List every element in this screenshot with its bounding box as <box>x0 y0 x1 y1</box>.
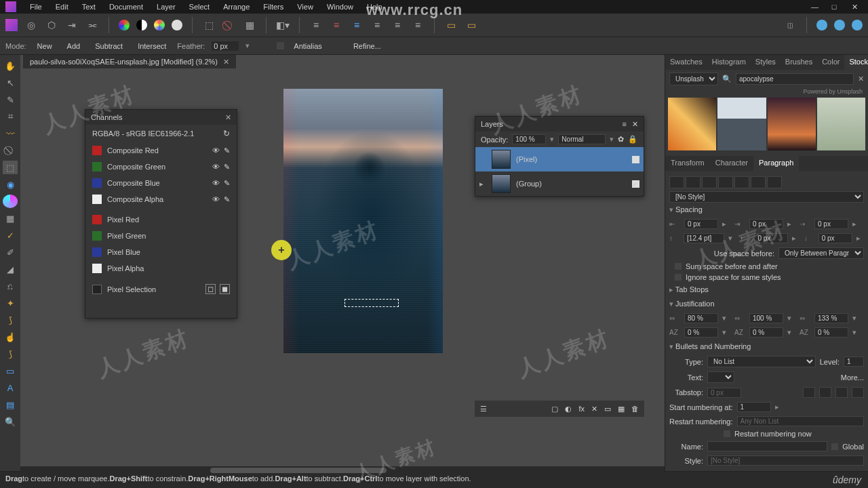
mode-subtract[interactable]: Subtract <box>91 41 127 52</box>
mode-new[interactable]: New <box>33 41 56 52</box>
tab-brushes[interactable]: Brushes <box>781 55 817 70</box>
list-text-select[interactable] <box>707 371 734 383</box>
window-minimize-icon[interactable]: — <box>806 1 822 13</box>
letter-min-input[interactable] <box>684 327 718 338</box>
start-numbering-input[interactable] <box>737 402 771 412</box>
section-spacing[interactable]: Spacing <box>669 203 864 217</box>
layer-add-icon[interactable]: ▦ <box>618 405 625 413</box>
just-min-input[interactable] <box>684 313 718 323</box>
space-before-input[interactable] <box>754 233 788 243</box>
mask2-icon[interactable]: ◼ <box>220 284 230 294</box>
list-type-select[interactable]: No List <box>707 356 816 367</box>
tab-histogram[interactable]: Histogram <box>707 55 751 70</box>
channel-row[interactable]: Pixel Blue <box>85 244 237 260</box>
stock-thumb[interactable] <box>717 98 766 150</box>
channel-row[interactable]: Pixel Selection ◻◼ <box>85 281 237 298</box>
expand-icon[interactable]: ▸ <box>479 180 486 188</box>
tb-share-icon[interactable]: ⫘ <box>85 18 99 32</box>
tb-cube-icon[interactable]: ⬡ <box>45 18 58 32</box>
tool-lasso-icon[interactable]: ⃠ <box>3 144 18 157</box>
layer-adjust-icon[interactable]: ◐ <box>565 405 572 413</box>
align-justify2-icon[interactable] <box>734 176 749 188</box>
list-level-input[interactable] <box>844 357 864 367</box>
persona-icon[interactable] <box>5 19 18 31</box>
section-tabstops[interactable]: Tab Stops <box>669 283 864 297</box>
tool-dodge-icon[interactable]: ⟆ <box>3 313 18 327</box>
align-justify4-icon[interactable] <box>767 176 782 188</box>
paragraph-style-select[interactable]: [No Style] <box>669 191 864 203</box>
tb-bars5-icon[interactable]: ≡ <box>391 18 404 32</box>
section-justification[interactable]: Justification <box>669 297 864 311</box>
tool-brush-icon[interactable]: ✓ <box>3 228 18 242</box>
indent-right-input[interactable] <box>749 219 783 229</box>
stock-thumb[interactable] <box>817 98 865 150</box>
tb-bars2-icon[interactable]: ≡ <box>330 18 343 32</box>
menu-arrange[interactable]: Arrange <box>218 1 255 12</box>
visibility-icon[interactable]: 👁 <box>212 146 220 155</box>
tool-gradient-icon[interactable] <box>3 195 18 208</box>
layer-visible-checkbox[interactable] <box>632 156 639 163</box>
leading-input[interactable] <box>684 233 724 243</box>
menu-help[interactable]: Help <box>361 1 388 12</box>
menu-select[interactable]: Select <box>184 1 216 12</box>
edit-icon[interactable]: ✎ <box>224 195 230 204</box>
tool-color-picker-icon[interactable]: ✎ <box>3 93 18 106</box>
layers-menu-icon[interactable]: ≡ <box>623 120 627 129</box>
blend-mode-select[interactable] <box>558 134 606 144</box>
opacity-input[interactable] <box>512 134 546 144</box>
visibility-icon[interactable]: 👁 <box>212 163 220 171</box>
channel-row[interactable]: Composite Alpha👁✎ <box>85 191 237 207</box>
tool-hand-icon[interactable]: ✋ <box>3 59 18 73</box>
tool-move-icon[interactable]: ↖ <box>3 76 18 89</box>
edit-icon[interactable]: ✎ <box>224 179 230 188</box>
align-justify3-icon[interactable] <box>751 176 766 188</box>
menu-layer[interactable]: Layer <box>151 1 181 12</box>
tabstop-input[interactable] <box>707 388 741 398</box>
just-des-input[interactable] <box>749 313 783 323</box>
feather-input[interactable] <box>212 41 239 51</box>
canvas-image[interactable] <box>283 89 443 353</box>
indent-first-input[interactable] <box>814 219 848 229</box>
tb-quickmask-icon[interactable]: ▦ <box>243 18 256 32</box>
align-justify-icon[interactable] <box>718 176 733 188</box>
tab-swatches[interactable]: Swatches <box>665 55 707 70</box>
tabalign2-icon[interactable] <box>819 387 831 398</box>
tool-clone-icon[interactable]: ⎌ <box>3 279 18 293</box>
tool-grid-icon[interactable]: ▦ <box>3 211 18 225</box>
tab-stock[interactable]: Stock <box>844 55 868 70</box>
restart-now-checkbox[interactable] <box>724 430 730 437</box>
tb-crop-icon[interactable]: ◧▾ <box>276 18 290 32</box>
tabalign3-icon[interactable] <box>835 387 848 398</box>
tool-smudge-icon[interactable]: ☝ <box>3 330 18 344</box>
horizontal-scrollbar[interactable] <box>20 466 665 474</box>
tool-shape-icon[interactable]: ▭ <box>3 364 18 378</box>
tab-transform[interactable]: Transform <box>665 156 710 171</box>
tb-assist3-icon[interactable] <box>852 20 863 30</box>
space-after-input[interactable] <box>818 233 852 243</box>
tb-assist1-icon[interactable] <box>816 20 827 30</box>
align-right-icon[interactable] <box>702 176 717 188</box>
menu-file[interactable]: File <box>24 1 47 12</box>
tool-pencil-icon[interactable]: ✐ <box>3 245 18 259</box>
stock-thumb[interactable] <box>768 98 816 150</box>
menu-window[interactable]: Window <box>321 1 359 12</box>
layer-crop2-icon[interactable]: ✕ <box>591 405 597 413</box>
tool-text-icon[interactable]: A <box>3 381 18 394</box>
canvas-area[interactable]: paulo-silva-so0iXoqSAEE-unsplash.jpg [Mo… <box>20 55 665 471</box>
tb-target-icon[interactable]: ◎ <box>24 18 38 32</box>
visibility-icon[interactable]: 👁 <box>212 179 220 188</box>
layer-fx-icon[interactable]: ✿ <box>618 135 624 144</box>
tb-assist2-icon[interactable] <box>834 20 845 30</box>
tb-stack1-icon[interactable]: ▭ <box>444 18 458 32</box>
channel-row[interactable]: Pixel Green <box>85 228 237 244</box>
layer-row[interactable]: (Pixel) <box>475 147 644 171</box>
tb-stack2-icon[interactable]: ▭ <box>465 18 478 32</box>
restart-numbering-select[interactable] <box>737 416 864 426</box>
letter-max-input[interactable] <box>814 327 848 338</box>
stock-thumb[interactable] <box>668 98 716 150</box>
indent-left-input[interactable] <box>684 219 718 229</box>
window-close-icon[interactable]: ✕ <box>846 1 863 13</box>
layer-row[interactable]: ▸ (Group)✓ <box>475 171 644 196</box>
tool-heal-icon[interactable]: ✦ <box>3 296 18 310</box>
tb-marquee-icon[interactable]: ⬚ <box>202 18 216 32</box>
